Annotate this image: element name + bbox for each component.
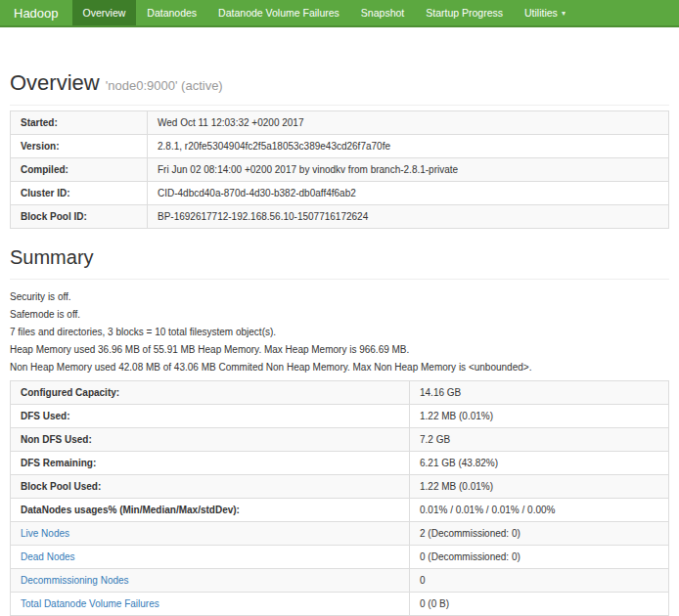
- summary-row: Dead Nodes0 (Decommissioned: 0): [11, 546, 669, 569]
- page-container: Overview 'node0:9000' (active) Started:W…: [0, 70, 679, 616]
- summary-label-link[interactable]: Live Nodes: [11, 522, 410, 546]
- nav-item-label: Snapshot: [361, 7, 404, 19]
- info-value: CID-4dbcd40a-870d-4d30-b382-db0aff4f6ab2: [148, 182, 669, 205]
- navbar: Hadoop OverviewDatanodesDatanode Volume …: [0, 0, 679, 27]
- nav-item-datanodes[interactable]: Datanodes: [136, 0, 207, 25]
- summary-value: 0.01% / 0.01% / 0.01% / 0.00%: [410, 499, 669, 522]
- summary-label: DFS Used:: [11, 405, 410, 428]
- summary-table: Configured Capacity:14.16 GBDFS Used:1.2…: [10, 380, 669, 616]
- nav-item-label: Startup Progress: [426, 7, 503, 19]
- summary-label: Block Pool Used:: [11, 475, 410, 499]
- info-value: Wed Oct 11 12:03:32 +0200 2017: [148, 111, 669, 135]
- summary-value: 7.2 GB: [410, 428, 669, 452]
- nav-item-datanode-volume-failures[interactable]: Datanode Volume Failures: [207, 0, 350, 25]
- summary-value: 0 (0 B): [410, 593, 669, 616]
- info-label: Block Pool ID:: [11, 205, 148, 229]
- summary-row: Non DFS Used:7.2 GB: [11, 428, 669, 452]
- nav-item-label: Overview: [83, 7, 126, 19]
- nav-item-overview[interactable]: Overview: [72, 0, 137, 25]
- namenode-info-table: Started:Wed Oct 11 12:03:32 +0200 2017Ve…: [10, 110, 669, 229]
- info-row: Compiled:Fri Jun 02 08:14:00 +0200 2017 …: [11, 158, 669, 182]
- summary-paragraph: Non Heap Memory used 42.08 MB of 43.06 M…: [10, 363, 669, 373]
- summary-row: Live Nodes2 (Decommissioned: 0): [11, 522, 669, 546]
- info-label: Version:: [11, 135, 148, 158]
- info-row: Version:2.8.1, r20fe5304904fc2f5a18053c3…: [11, 135, 669, 158]
- summary-value: 1.22 MB (0.01%): [410, 405, 669, 428]
- nav-item-snapshot[interactable]: Snapshot: [350, 0, 415, 25]
- info-label: Cluster ID:: [11, 182, 148, 205]
- nav-item-startup-progress[interactable]: Startup Progress: [415, 0, 514, 25]
- summary-value: 0 (Decommissioned: 0): [410, 546, 669, 569]
- summary-row: Configured Capacity:14.16 GB: [11, 381, 669, 405]
- info-row: Cluster ID:CID-4dbcd40a-870d-4d30-b382-d…: [11, 182, 669, 205]
- summary-label: DataNodes usages% (Min/Median/Max/stdDev…: [11, 499, 410, 522]
- summary-paragraph: Security is off.: [10, 292, 669, 302]
- nav-item-label: Utilities: [524, 7, 558, 19]
- summary-label-link[interactable]: Total Datanode Volume Failures: [11, 593, 410, 616]
- summary-paragraphs: Security is off.Safemode is off.7 files …: [10, 292, 669, 373]
- summary-value: 14.16 GB: [410, 381, 669, 405]
- brand-hadoop[interactable]: Hadoop: [0, 0, 72, 25]
- summary-row: DFS Used:1.22 MB (0.01%): [11, 405, 669, 428]
- summary-row: Block Pool Used:1.22 MB (0.01%): [11, 475, 669, 499]
- summary-paragraph: 7 files and directories, 3 blocks = 10 t…: [10, 328, 669, 337]
- summary-label: DFS Remaining:: [11, 452, 410, 475]
- overview-title: Overview: [10, 70, 100, 95]
- info-value: BP-1692617712-192.168.56.10-150771617262…: [148, 205, 669, 229]
- info-value: 2.8.1, r20fe5304904fc2f5a18053c389e43cd2…: [148, 135, 669, 158]
- nav-items: OverviewDatanodesDatanode Volume Failure…: [72, 0, 576, 25]
- overview-subtitle: 'node0:9000' (active): [106, 78, 223, 93]
- summary-title: Summary: [10, 246, 669, 280]
- summary-row: Total Datanode Volume Failures0 (0 B): [11, 593, 669, 616]
- summary-label-link[interactable]: Decommissioning Nodes: [11, 569, 410, 593]
- summary-row: DFS Remaining:6.21 GB (43.82%): [11, 452, 669, 475]
- summary-row: Decommissioning Nodes0: [11, 569, 669, 593]
- info-row: Block Pool ID:BP-1692617712-192.168.56.1…: [11, 205, 669, 229]
- summary-paragraph: Heap Memory used 36.96 MB of 55.91 MB He…: [10, 345, 669, 355]
- summary-label-link[interactable]: Dead Nodes: [11, 546, 410, 569]
- nav-item-label: Datanodes: [147, 7, 197, 19]
- info-label: Compiled:: [11, 158, 148, 182]
- info-label: Started:: [11, 111, 148, 135]
- summary-label: Non DFS Used:: [11, 428, 410, 452]
- summary-value: 2 (Decommissioned: 0): [410, 522, 669, 546]
- info-value: Fri Jun 02 08:14:00 +0200 2017 by vinodk…: [148, 158, 669, 182]
- summary-value: 1.22 MB (0.01%): [410, 475, 669, 499]
- summary-paragraph: Safemode is off.: [10, 310, 669, 320]
- nav-item-label: Datanode Volume Failures: [218, 7, 340, 19]
- info-row: Started:Wed Oct 11 12:03:32 +0200 2017: [11, 111, 669, 135]
- chevron-down-icon: ▾: [562, 9, 566, 18]
- nav-item-utilities[interactable]: Utilities▾: [514, 0, 576, 25]
- summary-value: 6.21 GB (43.82%): [410, 452, 669, 475]
- summary-label: Configured Capacity:: [11, 381, 410, 405]
- summary-row: DataNodes usages% (Min/Median/Max/stdDev…: [11, 499, 669, 522]
- page-title: Overview 'node0:9000' (active): [10, 70, 669, 106]
- summary-value: 0: [410, 569, 669, 593]
